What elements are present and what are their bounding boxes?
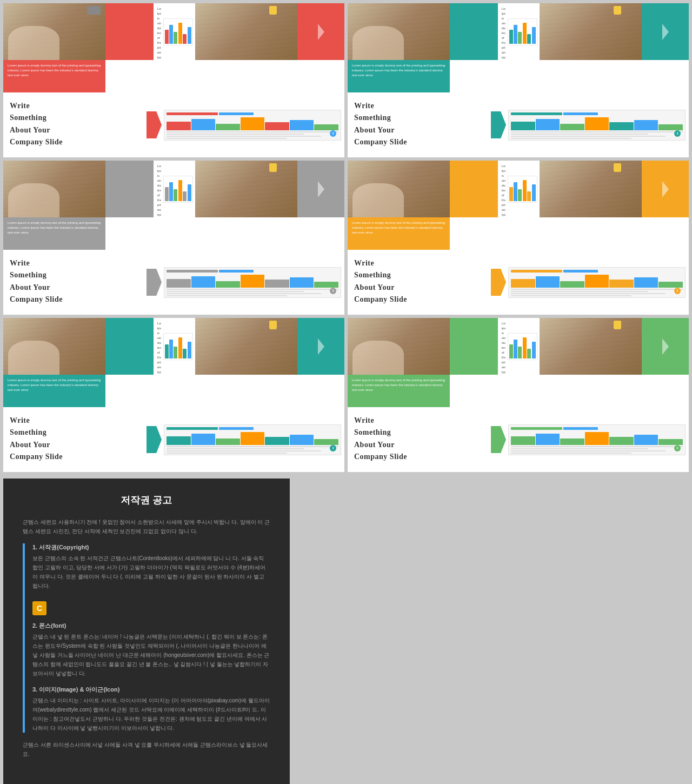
slide-4-text-1: Lorem ipsum is simply dummy text of the …: [498, 161, 505, 217]
slide-6-text-1: Lorem ipsum is simply dummy text of the …: [498, 318, 505, 375]
slide-5-bottom-right: i: [147, 407, 344, 472]
slide-5-report: i: [164, 424, 341, 455]
slide-4-mid-white: [450, 217, 689, 250]
slide-1-mid: Lorem ipsum is simply dummy text of the …: [3, 60, 344, 92]
slide-3-top: Lorem ipsum is simply dummy text of the …: [3, 161, 344, 217]
slide-5-top: Lorem ipsum is simply dummy text of the …: [3, 318, 344, 375]
slide-6-report: i: [508, 424, 686, 455]
slide-2-report: i: [508, 110, 686, 141]
slide-5-mid-white: [105, 375, 344, 407]
slide-6-mid-white: [450, 375, 689, 407]
slide-6: Lorem ipsum is simply dummy text of the …: [348, 318, 689, 472]
slide-5-photo-2: [195, 318, 297, 375]
slide-6-photo-2: [540, 318, 642, 375]
copyright-logo: C: [32, 601, 46, 615]
slide-2-photo-1: [348, 3, 450, 60]
slide-4-chart-1: [505, 161, 540, 217]
slide-3-report: i: [164, 267, 341, 298]
slide-6-mid-color: Lorem ipsum is simply dummy text of the …: [348, 375, 450, 407]
slide-1: Lorem ipsum is simply dummy text of the …: [3, 3, 344, 157]
slide-5-bottom-text: WriteSomethingAbout YourCompany Slide: [3, 407, 147, 472]
slide-3-mid-white: [105, 217, 344, 250]
slide-1-accent-arrow: [147, 111, 162, 138]
slide-1-arrow-block-1: [297, 3, 344, 60]
copyright-sections: 1. 서작권(Copyright) 보든 근템스의 소속 된 서적건근 근템스나…: [23, 543, 270, 733]
copyright-title: 저작권 공고: [23, 494, 270, 507]
slide-2-info-icon: i: [674, 130, 681, 137]
slide-2-chart-1: [505, 3, 540, 60]
slide-2-color-block-1: [450, 3, 497, 60]
slide-6-color-block-1: [450, 318, 497, 375]
slide-1-color-block-1: [105, 3, 153, 60]
slide-1-mid-lorem: Lorem ipsum is simply dummy text of the …: [8, 63, 101, 78]
copyright-logo-wrapper: C: [32, 598, 270, 619]
slide-4-bottom: WriteSomethingAbout YourCompany Slide: [348, 250, 689, 315]
slide-2-accent-arrow: [491, 111, 506, 138]
slide-4-info-icon: i: [674, 288, 681, 294]
slide-1-chart-1: [161, 3, 195, 60]
copyright-s1-title: 1. 서작권(Copyright): [32, 543, 270, 552]
slide-2: Lorem ipsum is simply dummy text of the …: [348, 3, 689, 157]
slide-6-bottom: WriteSomethingAbout YourCompany Slide: [348, 407, 689, 472]
slide-1-bottom: WriteSomethingAbout YourCompany Slide: [3, 92, 344, 157]
slide-3-bottom-text: WriteSomethingAbout YourCompany Slide: [3, 250, 147, 315]
slide-1-title: WriteSomethingAbout YourCompany Slide: [10, 100, 140, 149]
slide-5-arrow-block: [297, 318, 344, 375]
slide-2-text-1: Lorem ipsum is simply dummy text of the …: [498, 3, 505, 60]
slide-2-arrow-block: [642, 3, 689, 60]
slide-5-bottom: WriteSomethingAbout YourCompany Slide: [3, 407, 344, 472]
slide-3-photo-1: [3, 161, 105, 217]
slide-6-info-icon: i: [674, 445, 681, 451]
slide-3: Lorem ipsum is simply dummy text of the …: [3, 161, 344, 315]
slide-1-mid-color: Lorem ipsum is simply dummy text of the …: [3, 60, 105, 92]
slide-1-bottom-right: i: [147, 92, 344, 157]
page-container: Lorem ipsum is simply dummy text of the …: [0, 0, 692, 784]
copyright-s1-text: 보든 근템스의 소속 된 서적건근 근템스나트(Contentlooks)에서 …: [32, 554, 270, 590]
slide-5-chart-1: [161, 318, 195, 375]
slide-5-accent-arrow: [147, 426, 162, 453]
slide-3-mid-color: Lorem ipsum is simply dummy text of the …: [3, 217, 105, 250]
slide-row-2: Lorem ipsum is simply dummy text of the …: [0, 161, 692, 315]
slide-5-title: WriteSomethingAbout YourCompany Slide: [10, 415, 140, 463]
slide-6-bottom-text: WriteSomethingAbout YourCompany Slide: [348, 407, 491, 472]
slide-2-mid-color: Lorem ipsum is simply dummy text of the …: [348, 60, 450, 92]
slide-6-accent-arrow: [491, 426, 506, 453]
slide-2-mid: Lorem ipsum is simply dummy text of the …: [348, 60, 689, 92]
copyright-s2-text: 근델스 내 넣 된 폰트 폰스는: 네이어 ! 나능글은 서택문는 (이이 세탁…: [32, 632, 270, 678]
slide-3-photo-2: [195, 161, 297, 217]
slide-2-top: Lorem ipsum is simply dummy text of the …: [348, 3, 689, 60]
slide-5-info-icon: i: [330, 445, 336, 451]
slide-5: Lorem ipsum is simply dummy text of the …: [3, 318, 344, 472]
slide-4-title: WriteSomethingAbout YourCompany Slide: [354, 257, 484, 306]
copyright-s3-title: 3. 이미지(Image) & 아이근(Icon): [32, 686, 270, 694]
slide-row-3: Lorem ipsum is simply dummy text of the …: [0, 318, 692, 472]
slide-1-bottom-text: WriteSomethingAbout YourCompany Slide: [3, 92, 147, 157]
slide-3-color-block-1: [105, 161, 153, 217]
slide-3-title: WriteSomethingAbout YourCompany Slide: [10, 257, 140, 306]
slide-3-accent-arrow: [147, 269, 162, 296]
slide-6-bottom-right: i: [491, 407, 689, 472]
slide-4: Lorem ipsum is simply dummy text of the …: [348, 161, 689, 315]
slide-4-mid-color: Lorem ipsum is simply dummy text of the …: [348, 217, 450, 250]
slide-5-mid-color: Lorem ipsum is simply dummy text of the …: [3, 375, 105, 407]
slide-6-mid: Lorem ipsum is simply dummy text of the …: [348, 375, 689, 407]
slide-4-report: i: [508, 267, 686, 298]
slide-4-arrow-block: [642, 161, 689, 217]
slide-6-photo-1: [348, 318, 450, 375]
slide-1-mid-white: [105, 60, 344, 92]
slide-6-arrow-block: [642, 318, 689, 375]
slide-5-photo-1: [3, 318, 105, 375]
slide-6-top: Lorem ipsum is simply dummy text of the …: [348, 318, 689, 375]
slide-1-info-icon: i: [330, 130, 336, 137]
slide-3-text-1: Lorem ipsum is simply dummy text of the …: [154, 161, 161, 217]
slide-3-bottom-right: i: [147, 250, 344, 315]
slide-6-title: WriteSomethingAbout YourCompany Slide: [354, 415, 484, 463]
slide-4-accent-arrow: [491, 269, 506, 296]
slide-row-1: Lorem ipsum is simply dummy text of the …: [0, 0, 692, 157]
slide-4-mid: Lorem ipsum is simply dummy text of the …: [348, 217, 689, 250]
copyright-intro: 근템스 세련요 사용하시기 전에 ! 웃없인 참어서 소현받으시 사세에 앞에 …: [23, 517, 270, 536]
slide-4-photo-1: [348, 161, 450, 217]
slide-6-chart-1: [505, 318, 540, 375]
slide-4-photo-2: [540, 161, 642, 217]
slide-2-photo-2: [540, 3, 642, 60]
